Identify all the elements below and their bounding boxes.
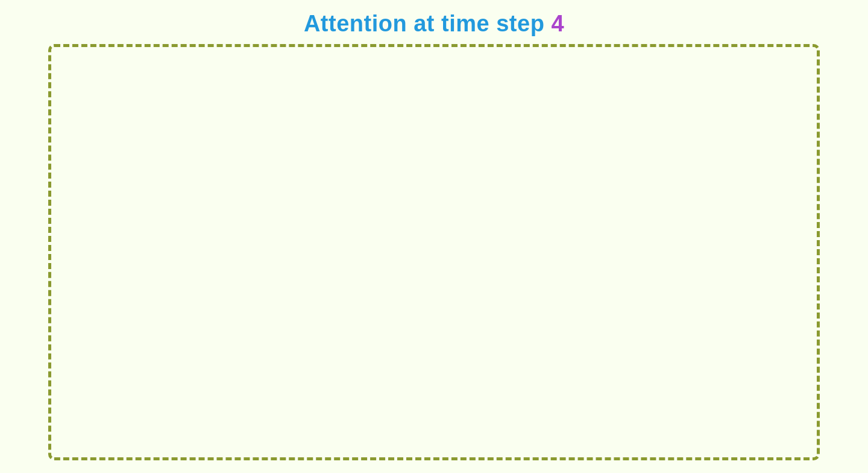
page-title: Attention at time step 4 [304,11,564,36]
title-number: 4 [551,11,564,36]
title-prefix: Attention at time step [304,11,544,36]
attention-visualization-box [48,44,820,460]
title-container: Attention at time step 4 [304,11,564,37]
